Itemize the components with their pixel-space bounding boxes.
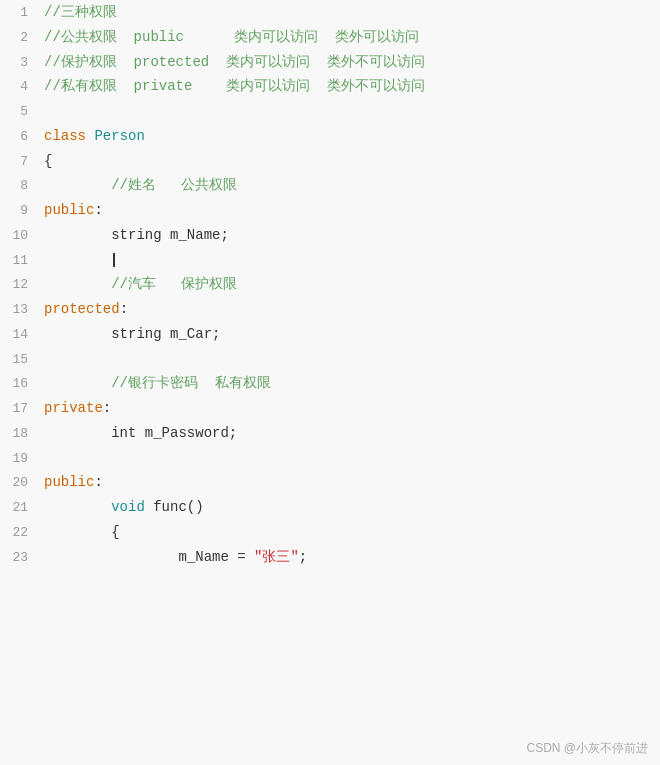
line-number: 18 — [0, 423, 36, 446]
line-number: 21 — [0, 497, 36, 520]
line-number: 1 — [0, 2, 36, 25]
code-line: 18 int m_Password; — [0, 421, 660, 446]
code-token: //汽车 保护权限 — [44, 276, 237, 292]
code-token: //公共权限 public 类内可以访问 类外可以访问 — [44, 29, 419, 45]
code-line: 23 m_Name = "张三"; — [0, 545, 660, 570]
code-token: "张三" — [254, 549, 299, 565]
line-number: 22 — [0, 522, 36, 545]
line-number: 20 — [0, 472, 36, 495]
code-line: 9public: — [0, 198, 660, 223]
line-code: { — [36, 520, 660, 545]
code-line: 22 { — [0, 520, 660, 545]
code-line: 6class Person — [0, 124, 660, 149]
code-token: { — [44, 524, 120, 540]
line-code: //汽车 保护权限 — [36, 272, 660, 297]
watermark: CSDN @小灰不停前进 — [526, 740, 648, 757]
line-code: //三种权限 — [36, 0, 660, 25]
line-number: 11 — [0, 250, 36, 273]
code-token: string m_Name; — [44, 227, 229, 243]
code-token: //银行卡密码 私有权限 — [44, 375, 271, 391]
code-table: 1//三种权限2//公共权限 public 类内可以访问 类外可以访问3//保护… — [0, 0, 660, 569]
code-line: 14 string m_Car; — [0, 322, 660, 347]
code-token: m_Name = — [44, 549, 254, 565]
line-code: public: — [36, 470, 660, 495]
code-token: //私有权限 private 类内可以访问 类外不可以访问 — [44, 78, 425, 94]
code-token — [44, 252, 111, 268]
code-token: : — [103, 400, 111, 416]
line-code: //保护权限 protected 类内可以访问 类外不可以访问 — [36, 50, 660, 75]
code-token: : — [94, 474, 102, 490]
code-line: 8 //姓名 公共权限 — [0, 173, 660, 198]
code-line: 2//公共权限 public 类内可以访问 类外可以访问 — [0, 25, 660, 50]
line-code: public: — [36, 198, 660, 223]
line-number: 16 — [0, 373, 36, 396]
code-line: 10 string m_Name; — [0, 223, 660, 248]
line-number: 3 — [0, 52, 36, 75]
line-number: 8 — [0, 175, 36, 198]
line-code: protected: — [36, 297, 660, 322]
code-area: 1//三种权限2//公共权限 public 类内可以访问 类外可以访问3//保护… — [0, 0, 660, 765]
code-line: 5 — [0, 99, 660, 124]
code-line: 1//三种权限 — [0, 0, 660, 25]
line-code: //银行卡密码 私有权限 — [36, 371, 660, 396]
line-code: m_Name = "张三"; — [36, 545, 660, 570]
code-line: 15 — [0, 347, 660, 372]
line-code: //姓名 公共权限 — [36, 173, 660, 198]
line-number: 2 — [0, 27, 36, 50]
line-number: 6 — [0, 126, 36, 149]
line-number: 7 — [0, 151, 36, 174]
code-token: private — [44, 400, 103, 416]
line-number: 19 — [0, 448, 36, 471]
line-number: 23 — [0, 547, 36, 570]
code-token: //三种权限 — [44, 4, 117, 20]
text-cursor — [113, 253, 115, 267]
line-code: //公共权限 public 类内可以访问 类外可以访问 — [36, 25, 660, 50]
line-code: private: — [36, 396, 660, 421]
code-line: 11 — [0, 248, 660, 273]
code-line: 3//保护权限 protected 类内可以访问 类外不可以访问 — [0, 50, 660, 75]
code-token: int m_Password; — [44, 425, 237, 441]
code-token: protected — [44, 301, 120, 317]
line-code: //私有权限 private 类内可以访问 类外不可以访问 — [36, 74, 660, 99]
code-token: //保护权限 protected 类内可以访问 类外不可以访问 — [44, 54, 425, 70]
code-line: 20public: — [0, 470, 660, 495]
line-number: 10 — [0, 225, 36, 248]
line-number: 4 — [0, 76, 36, 99]
code-token: public — [44, 202, 94, 218]
code-token: string m_Car; — [44, 326, 220, 342]
code-line: 19 — [0, 446, 660, 471]
line-number: 12 — [0, 274, 36, 297]
code-token: //姓名 公共权限 — [44, 177, 237, 193]
code-line: 17private: — [0, 396, 660, 421]
code-token: : — [120, 301, 128, 317]
code-line: 4//私有权限 private 类内可以访问 类外不可以访问 — [0, 74, 660, 99]
code-line: 13protected: — [0, 297, 660, 322]
line-code: { — [36, 149, 660, 174]
line-code: int m_Password; — [36, 421, 660, 446]
line-code: string m_Name; — [36, 223, 660, 248]
code-token: { — [44, 153, 52, 169]
line-code — [36, 99, 660, 124]
line-number: 13 — [0, 299, 36, 322]
code-token: class — [44, 128, 94, 144]
line-code: string m_Car; — [36, 322, 660, 347]
code-line: 21 void func() — [0, 495, 660, 520]
line-code — [36, 248, 660, 273]
line-code — [36, 446, 660, 471]
code-line: 12 //汽车 保护权限 — [0, 272, 660, 297]
line-number: 9 — [0, 200, 36, 223]
code-token: func() — [153, 499, 203, 515]
code-line: 16 //银行卡密码 私有权限 — [0, 371, 660, 396]
code-token: ; — [299, 549, 307, 565]
line-number: 15 — [0, 349, 36, 372]
line-code: void func() — [36, 495, 660, 520]
line-number: 5 — [0, 101, 36, 124]
code-token: void — [44, 499, 153, 515]
code-editor: 1//三种权限2//公共权限 public 类内可以访问 类外可以访问3//保护… — [0, 0, 660, 765]
line-code: class Person — [36, 124, 660, 149]
code-token: Person — [94, 128, 144, 144]
line-number: 17 — [0, 398, 36, 421]
code-token: public — [44, 474, 94, 490]
code-token: : — [94, 202, 102, 218]
line-number: 14 — [0, 324, 36, 347]
